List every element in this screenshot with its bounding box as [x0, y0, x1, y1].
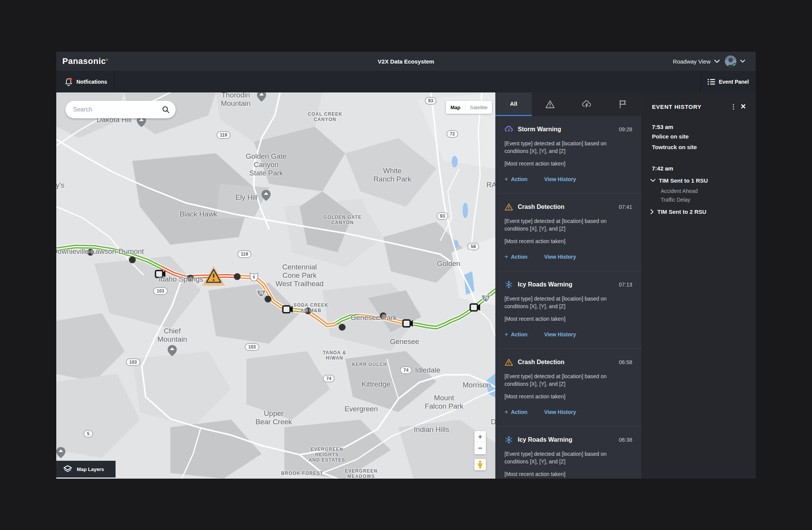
map-canvas[interactable]: Thorodin Mountain Dakota Hill COAL CREEK… [56, 92, 495, 479]
toolbar: Notfications Event Panel [56, 71, 756, 92]
map-layers-label: Map Layers [77, 466, 104, 472]
shield-number: 70 [259, 291, 263, 295]
tab-all-label: All [510, 100, 517, 107]
user-menu[interactable] [725, 56, 745, 67]
event-tabs: All [495, 92, 641, 116]
tim-child-entry: Traffic Delay [661, 197, 690, 203]
layers-icon [63, 465, 72, 473]
event-history-title: EVENT HISTORY [652, 103, 728, 110]
event-card-list: Storm Warning 09:28 [Event type] detecte… [495, 116, 641, 479]
history-entry: Towtruck on site [652, 144, 697, 150]
event-title: Icy Roads Warning [518, 436, 614, 443]
chevron-down-icon [714, 60, 720, 63]
event-action-taken: [Most recent action taken] [504, 471, 632, 477]
map-base-art [56, 92, 495, 479]
desktop-background: Panasonic® V2X Data Ecosystem Roadway Vi… [0, 0, 812, 530]
event-time: 07:13 [619, 282, 632, 288]
notifications-label: Notfications [76, 79, 107, 85]
tab-all[interactable]: All [495, 92, 532, 116]
event-card[interactable]: Crash Detection 07:41 [Event type] detec… [495, 194, 641, 271]
event-panel-label: Event Panel [719, 79, 749, 85]
tab-warnings[interactable] [532, 92, 568, 116]
event-card[interactable]: Icy Roads Warning 07:13 [Event type] det… [495, 271, 641, 349]
zoom-in-button[interactable]: + [474, 431, 486, 442]
view-selector-label: Roadway View [673, 58, 710, 65]
tim-item-collapsed[interactable]: TIM Sent to 2 RSU [650, 208, 706, 215]
event-card[interactable]: Crash Detection 06:58 [Event type] detec… [495, 349, 641, 427]
storm-icon [582, 100, 592, 109]
chevron-down-icon [650, 179, 655, 182]
snowflake-icon [504, 280, 513, 289]
event-history-panel: EVENT HISTORY ⋮ ✕ 7:53 am Police on site… [641, 92, 756, 479]
action-button[interactable]: +Action [504, 331, 528, 338]
map-layers-button[interactable]: Map Layers [56, 461, 116, 477]
notifications-button[interactable]: Notfications [56, 71, 115, 92]
list-icon [707, 78, 715, 85]
event-panel-toggle[interactable]: Event Panel [700, 71, 756, 92]
flag-icon [619, 100, 628, 109]
tim-item-label: TIM Sent to 1 RSU [659, 177, 708, 184]
event-time: 06:38 [619, 437, 632, 443]
history-entry: Police on site [652, 133, 689, 140]
route-badge: 103 [245, 343, 259, 351]
event-description: [Event type] detected at [location] base… [504, 450, 619, 465]
event-title: Storm Warning [518, 126, 614, 133]
view-selector-dropdown[interactable]: Roadway View [673, 58, 720, 65]
event-title: Crash Detection [518, 359, 614, 366]
map-type-toggle: Map Satellite [446, 101, 492, 114]
route-badge: 103 [153, 287, 168, 295]
zoom-control: + − [474, 431, 486, 454]
warning-icon [545, 100, 555, 109]
history-timestamp: 7:42 am [652, 165, 673, 172]
route-badge: 5 [84, 430, 93, 438]
route-badge: 93 [436, 212, 448, 220]
tim-item-expanded[interactable]: TIM Sent to 1 RSU [650, 177, 708, 184]
action-button[interactable]: +Action [504, 408, 528, 416]
event-card[interactable]: Icy Roads Warning 06:38 [Event type] det… [495, 427, 641, 479]
chevron-down-icon [740, 60, 745, 63]
street-view-pegman[interactable] [474, 459, 486, 470]
view-history-link[interactable]: View History [544, 254, 576, 260]
tab-flagged[interactable] [605, 92, 641, 116]
tab-weather[interactable] [568, 92, 605, 116]
page-title: V2X Data Ecosystem [56, 58, 756, 65]
search-input[interactable] [73, 106, 162, 113]
app-header: Panasonic® V2X Data Ecosystem Roadway Vi… [56, 52, 756, 71]
pegman-icon [477, 460, 483, 469]
history-timestamp: 7:53 am [652, 124, 673, 130]
snowflake-icon [504, 436, 513, 444]
kebab-menu-icon[interactable]: ⋮ [728, 103, 738, 111]
event-description: [Event type] detected at [location] base… [504, 140, 619, 155]
action-button[interactable]: +Action [504, 253, 528, 261]
search-icon[interactable] [162, 106, 170, 113]
zoom-out-button[interactable]: − [474, 442, 486, 454]
avatar [725, 56, 736, 67]
event-time: 06:58 [619, 359, 632, 365]
map-search [65, 101, 176, 118]
route-badge: 58 [467, 243, 479, 250]
event-action-taken: [Most recent action taken] [504, 238, 632, 244]
event-action-taken: [Most recent action taken] [504, 393, 632, 399]
app-window: Panasonic® V2X Data Ecosystem Roadway Vi… [56, 52, 756, 479]
event-card[interactable]: Storm Warning 09:28 [Event type] detecte… [495, 116, 641, 194]
event-action-taken: [Most recent action taken] [504, 316, 632, 322]
shield-number: 6 [253, 275, 255, 279]
event-description: [Event type] detected at [location] base… [504, 372, 619, 388]
map-type-map-button[interactable]: Map [446, 101, 465, 114]
interstate-shield: 70 [256, 288, 266, 298]
map-type-satellite-button[interactable]: Satellite [465, 101, 492, 114]
event-action-taken: [Most recent action taken] [504, 161, 632, 167]
event-time: 07:41 [619, 204, 632, 210]
storm-icon [504, 125, 513, 134]
view-history-link[interactable]: View History [544, 409, 576, 415]
warning-icon [504, 203, 513, 211]
bell-icon [65, 78, 73, 86]
view-history-link[interactable]: View History [544, 176, 576, 182]
interstate-shield: 70 [481, 293, 491, 303]
close-icon[interactable]: ✕ [738, 102, 748, 111]
route-badge: 93 [425, 97, 436, 105]
action-button[interactable]: +Action [504, 175, 528, 183]
event-title: Icy Roads Warning [518, 281, 614, 288]
route-badge: 119 [216, 131, 230, 139]
view-history-link[interactable]: View History [544, 331, 576, 337]
